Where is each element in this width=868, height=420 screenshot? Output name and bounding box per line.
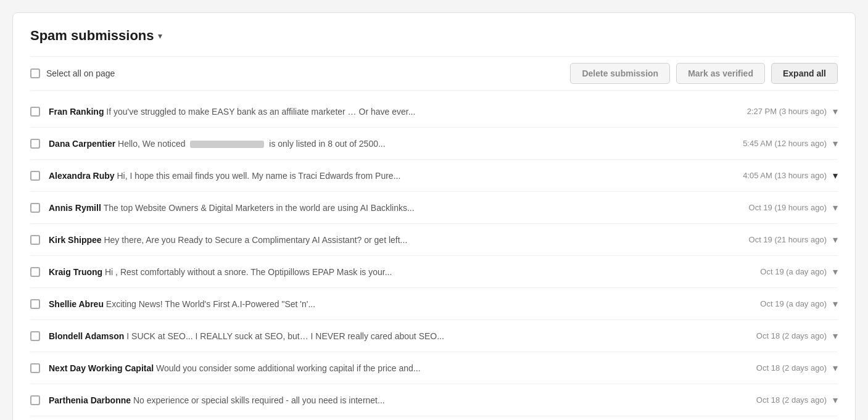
table-row: Kristan Kwong Discover the Incognito Tra… (30, 416, 838, 420)
row-content: Kraig Truong Hi , Rest comfortably witho… (49, 267, 751, 277)
row-preview: No experience or special skills required… (133, 395, 385, 405)
expand-row-icon[interactable]: ▾ (833, 362, 838, 374)
row-checkbox[interactable] (30, 267, 40, 277)
row-timestamp: Oct 19 (19 hours ago) (749, 203, 827, 212)
row-meta: 2:27 PM (3 hours ago)▾ (747, 105, 838, 117)
table-row: Parthenia Darbonne No experience or spec… (30, 384, 838, 416)
toolbar: Select all on page Delete submission Mar… (30, 56, 838, 91)
row-preview-before: Hello, We noticed (118, 139, 188, 149)
row-timestamp: Oct 19 (21 hours ago) (749, 235, 827, 244)
delete-submission-button[interactable]: Delete submission (570, 63, 670, 84)
page-title: Spam submissions (30, 28, 154, 44)
row-sender: Blondell Adamson (49, 331, 126, 341)
expand-row-icon[interactable]: ▾ (833, 266, 838, 278)
row-checkbox[interactable] (30, 171, 40, 181)
row-timestamp: 2:27 PM (3 hours ago) (747, 107, 827, 116)
table-row: Annis Rymill The top Website Owners & Di… (30, 192, 838, 224)
row-preview: Hey there, Are you Ready to Secure a Com… (104, 235, 407, 245)
main-container: Spam submissions ▾ Select all on page De… (12, 12, 856, 420)
table-row: Next Day Working Capital Would you consi… (30, 352, 838, 384)
action-buttons: Delete submission Mark as verified Expan… (570, 63, 838, 84)
expand-row-icon[interactable]: ▾ (833, 170, 838, 181)
row-meta: Oct 19 (a day ago)▾ (760, 266, 838, 278)
row-checkbox[interactable] (30, 203, 40, 213)
row-timestamp: Oct 19 (a day ago) (760, 267, 827, 276)
table-row: Shellie Abreu Exciting News! The World's… (30, 288, 838, 320)
title-chevron-icon: ▾ (158, 31, 162, 41)
row-preview: Hi , Rest comfortably without a snore. T… (105, 267, 392, 277)
row-preview-after: is only listed in 8 out of 2500... (267, 139, 385, 149)
row-preview: If you've struggled to make EASY bank as… (106, 107, 415, 117)
row-checkbox[interactable] (30, 139, 40, 149)
row-timestamp: 5:45 AM (12 hours ago) (743, 139, 827, 148)
row-timestamp: Oct 19 (a day ago) (760, 299, 827, 308)
row-meta: Oct 19 (a day ago)▾ (760, 298, 838, 310)
row-content: Annis Rymill The top Website Owners & Di… (49, 203, 740, 213)
row-meta: 4:05 AM (13 hours ago)▾ (743, 170, 838, 181)
row-content: Kirk Shippee Hey there, Are you Ready to… (49, 235, 740, 245)
row-sender: Fran Ranking (49, 107, 106, 117)
expand-row-icon[interactable]: ▾ (833, 234, 838, 245)
expand-row-icon[interactable]: ▾ (833, 105, 838, 117)
row-content: Shellie Abreu Exciting News! The World's… (49, 299, 751, 309)
row-preview: Exciting News! The World's First A.I-Pow… (106, 299, 315, 309)
row-sender: Alexandra Ruby (49, 171, 117, 181)
mark-as-verified-button[interactable]: Mark as verified (676, 63, 765, 84)
expand-row-icon[interactable]: ▾ (833, 394, 838, 406)
title-dropdown[interactable]: Spam submissions ▾ (30, 28, 162, 44)
table-row: Dana Carpentier Hello, We noticed is onl… (30, 128, 838, 160)
row-content: Dana Carpentier Hello, We noticed is onl… (49, 139, 734, 149)
row-content: Fran Ranking If you've struggled to make… (49, 107, 738, 117)
row-sender: Dana Carpentier (49, 139, 118, 149)
row-timestamp: Oct 18 (2 days ago) (756, 395, 827, 405)
row-preview: Would you consider some additional worki… (156, 363, 421, 373)
row-content: Alexandra Ruby Hi, I hope this email fin… (49, 171, 734, 181)
row-sender: Kirk Shippee (49, 235, 104, 245)
table-row: Fran Ranking If you've struggled to make… (30, 96, 838, 128)
row-preview: Hi, I hope this email finds you well. My… (117, 171, 400, 181)
row-checkbox[interactable] (30, 107, 40, 117)
page-header: Spam submissions ▾ (30, 28, 838, 44)
row-meta: Oct 19 (19 hours ago)▾ (749, 202, 838, 213)
select-all-label: Select all on page (46, 68, 115, 78)
table-row: Kraig Truong Hi , Rest comfortably witho… (30, 256, 838, 288)
row-content: Next Day Working Capital Would you consi… (49, 363, 748, 373)
row-meta: 5:45 AM (12 hours ago)▾ (743, 138, 838, 149)
row-content: Blondell Adamson I SUCK at SEO... I REAL… (49, 331, 748, 341)
row-preview: The top Website Owners & Digital Markete… (104, 203, 415, 213)
row-content: Parthenia Darbonne No experience or spec… (49, 395, 748, 405)
expand-row-icon[interactable]: ▾ (833, 298, 838, 310)
expand-all-button[interactable]: Expand all (771, 63, 838, 84)
table-row: Alexandra Ruby Hi, I hope this email fin… (30, 160, 838, 192)
submission-list: Fran Ranking If you've struggled to make… (30, 96, 838, 420)
row-checkbox[interactable] (30, 395, 40, 405)
row-sender: Annis Rymill (49, 203, 104, 213)
row-sender: Parthenia Darbonne (49, 395, 133, 405)
row-checkbox[interactable] (30, 331, 40, 341)
row-timestamp: 4:05 AM (13 hours ago) (743, 171, 827, 180)
expand-row-icon[interactable]: ▾ (833, 202, 838, 213)
table-row: Blondell Adamson I SUCK at SEO... I REAL… (30, 320, 838, 352)
row-sender: Next Day Working Capital (49, 363, 156, 373)
expand-row-icon[interactable]: ▾ (833, 330, 838, 342)
row-preview: I SUCK at SEO... I REALLY suck at SEO, b… (126, 331, 444, 341)
select-all-checkbox[interactable] (30, 68, 40, 78)
table-row: Kirk Shippee Hey there, Are you Ready to… (30, 224, 838, 256)
select-all-area: Select all on page (30, 68, 115, 78)
row-meta: Oct 18 (2 days ago)▾ (756, 330, 838, 342)
redacted-block (190, 141, 264, 148)
row-checkbox[interactable] (30, 299, 40, 309)
row-meta: Oct 19 (21 hours ago)▾ (749, 234, 838, 245)
row-meta: Oct 18 (2 days ago)▾ (756, 362, 838, 374)
row-checkbox[interactable] (30, 235, 40, 245)
row-timestamp: Oct 18 (2 days ago) (756, 331, 827, 340)
expand-row-icon[interactable]: ▾ (833, 138, 838, 149)
row-sender: Shellie Abreu (49, 299, 106, 309)
row-checkbox[interactable] (30, 363, 40, 373)
row-meta: Oct 18 (2 days ago)▾ (756, 394, 838, 406)
row-sender: Kraig Truong (49, 267, 105, 277)
row-timestamp: Oct 18 (2 days ago) (756, 363, 827, 373)
